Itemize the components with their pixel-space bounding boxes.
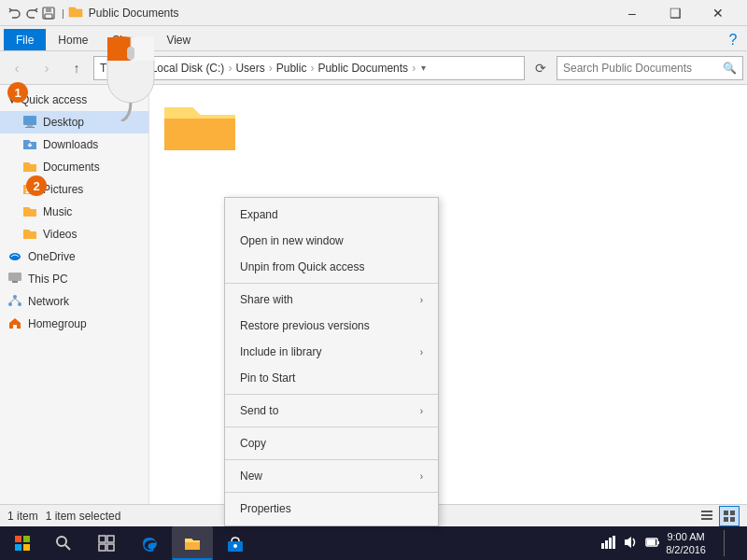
menu-divider-4	[225, 459, 438, 460]
path-segment-1[interactable]: This PC	[100, 62, 140, 75]
menu-item-new[interactable]: New ›	[225, 463, 438, 489]
sidebar-item-homegroup[interactable]: Homegroup	[0, 313, 148, 335]
svg-rect-34	[107, 544, 114, 551]
folder-icon	[68, 5, 83, 21]
sidebar-item-thispc[interactable]: This PC	[0, 268, 148, 290]
menu-item-unpin[interactable]: Unpin from Quick access	[225, 254, 438, 280]
start-button[interactable]	[4, 526, 41, 560]
menu-item-open-new-window[interactable]: Open in new window	[225, 228, 438, 254]
svg-rect-27	[15, 544, 21, 551]
menu-item-expand[interactable]: Expand	[225, 202, 438, 228]
main-area: ▼ Quick access Desktop Downloads Documen…	[0, 85, 747, 514]
minimize-button[interactable]: –	[611, 0, 654, 26]
help-button[interactable]: ?	[723, 30, 743, 50]
sidebar-label-documents: Documents	[43, 161, 100, 174]
svg-rect-9	[12, 281, 18, 283]
save-icon[interactable]	[41, 6, 56, 21]
store-taskbar-button[interactable]	[215, 526, 256, 560]
sidebar-item-music[interactable]: Music	[0, 201, 148, 223]
menu-label-include-library: Include in library	[240, 345, 321, 358]
sound-tray-icon[interactable]	[621, 533, 640, 554]
close-button[interactable]: ✕	[697, 0, 740, 26]
menu-item-send-to[interactable]: Send to ›	[225, 398, 438, 424]
menu-item-properties[interactable]: Properties	[225, 496, 438, 522]
svg-rect-43	[647, 539, 655, 545]
task-view-button[interactable]	[86, 526, 127, 560]
onedrive-icon	[7, 249, 22, 265]
sidebar-label-thispc: This PC	[28, 273, 68, 286]
maximize-button[interactable]: ❑	[654, 0, 697, 26]
ribbon-tab-strip: File Home Share View ?	[0, 26, 747, 50]
details-view-button[interactable]	[697, 506, 717, 526]
sidebar: ▼ Quick access Desktop Downloads Documen…	[0, 85, 149, 514]
svg-rect-21	[724, 511, 728, 515]
sidebar-item-network[interactable]: Network	[0, 290, 148, 313]
menu-item-copy[interactable]: Copy	[225, 430, 438, 456]
sidebar-item-videos[interactable]: Videos	[0, 223, 148, 245]
menu-label-open-new-window: Open in new window	[240, 234, 344, 247]
tab-view[interactable]: View	[154, 29, 203, 50]
redo-icon[interactable]	[24, 6, 39, 21]
svg-line-30	[65, 545, 70, 550]
svg-rect-33	[99, 544, 106, 551]
up-button[interactable]: ↑	[63, 55, 90, 81]
tab-share[interactable]: Share	[100, 29, 154, 50]
search-taskbar-button[interactable]	[43, 526, 84, 560]
svg-line-13	[10, 299, 15, 302]
svg-rect-28	[23, 544, 30, 551]
search-box[interactable]: 🔍	[557, 56, 743, 80]
menu-divider-2	[225, 394, 438, 395]
address-bar-row: ‹ › ↑ This PC › Local Disk (C:) › Users …	[0, 51, 747, 85]
clock-display[interactable]: 9:00 AM 8/2/2016	[666, 530, 706, 557]
back-button[interactable]: ‹	[4, 55, 30, 81]
content-area: Expand Open in new window Unpin from Qui…	[149, 85, 747, 514]
forward-button[interactable]: ›	[34, 55, 60, 81]
file-explorer-taskbar-button[interactable]	[172, 526, 213, 560]
svg-rect-18	[701, 511, 712, 512]
sidebar-item-downloads[interactable]: Downloads	[0, 133, 148, 156]
title-bar: | Public Documents – ❑ ✕	[0, 0, 747, 26]
menu-divider-1	[225, 283, 438, 284]
menu-item-restore-versions[interactable]: Restore previous versions	[225, 313, 438, 339]
sidebar-item-pictures[interactable]: Pictures	[0, 178, 148, 201]
svg-rect-3	[23, 116, 36, 125]
svg-rect-31	[99, 536, 106, 542]
tab-file[interactable]: File	[4, 29, 46, 50]
network-tray-icon[interactable]	[599, 533, 617, 554]
sidebar-label-music: Music	[43, 205, 72, 218]
svg-point-12	[18, 302, 21, 306]
context-menu: Expand Open in new window Unpin from Qui…	[224, 197, 439, 526]
menu-item-pin-start[interactable]: Pin to Start	[225, 365, 438, 391]
path-segment-3[interactable]: Users	[235, 62, 264, 75]
svg-rect-32	[107, 536, 114, 542]
undo-icon[interactable]	[7, 6, 22, 21]
window-title: Public Documents	[89, 7, 611, 20]
svg-rect-5	[25, 127, 35, 128]
svg-rect-19	[701, 514, 712, 516]
show-desktop-button[interactable]	[710, 526, 736, 560]
folder-item[interactable]	[159, 94, 241, 158]
sidebar-item-desktop[interactable]: Desktop	[0, 111, 148, 133]
large-icons-view-button[interactable]	[719, 506, 740, 526]
path-segment-2[interactable]: Local Disk (C:)	[151, 62, 225, 75]
edge-taskbar-button[interactable]	[129, 526, 170, 560]
menu-label-send-to: Send to	[240, 404, 278, 417]
path-segment-5[interactable]: Public Documents	[317, 62, 408, 75]
menu-item-share-with[interactable]: Share with ›	[225, 287, 438, 313]
sidebar-item-documents[interactable]: Documents	[0, 156, 148, 178]
path-segment-4[interactable]: Public	[276, 62, 307, 75]
menu-item-include-library[interactable]: Include in library ›	[225, 339, 438, 365]
sidebar-item-onedrive[interactable]: OneDrive	[0, 245, 148, 268]
menu-label-restore-versions: Restore previous versions	[240, 319, 370, 332]
menu-label-unpin: Unpin from Quick access	[240, 260, 364, 273]
status-right	[697, 506, 740, 526]
svg-rect-38	[605, 540, 608, 549]
tab-home[interactable]: Home	[46, 29, 100, 50]
svg-rect-26	[23, 536, 30, 542]
svg-rect-4	[27, 125, 33, 127]
refresh-button[interactable]: ⟳	[529, 56, 553, 80]
search-input[interactable]	[563, 62, 723, 75]
address-dropdown-icon[interactable]: ▾	[421, 63, 426, 73]
address-bar[interactable]: This PC › Local Disk (C:) › Users › Publ…	[93, 56, 525, 80]
power-tray-icon[interactable]	[643, 533, 662, 554]
